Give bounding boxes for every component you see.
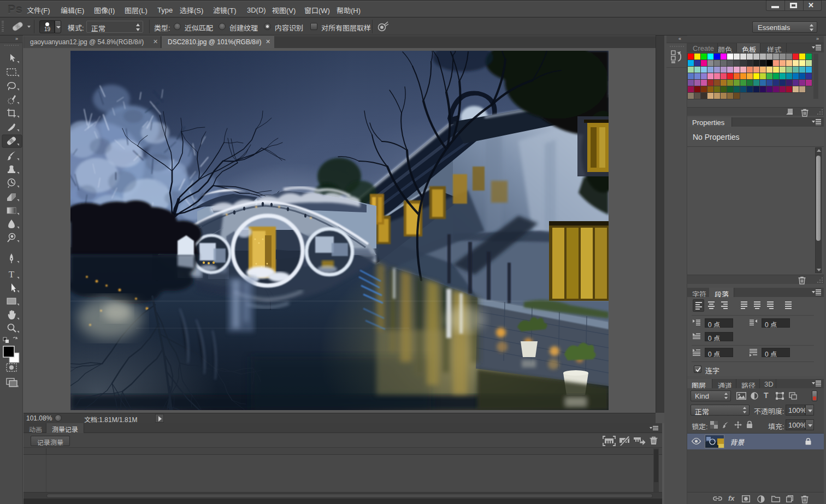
- svg-text:T: T: [9, 269, 15, 280]
